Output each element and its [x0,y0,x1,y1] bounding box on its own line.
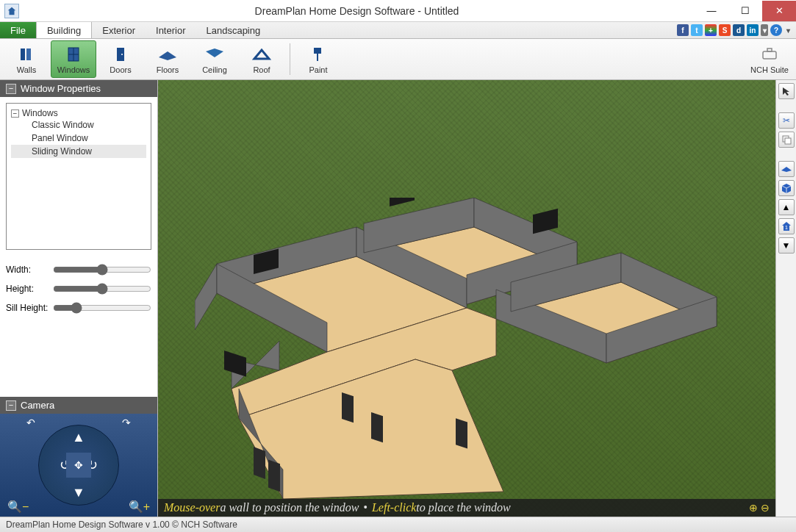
copy-button[interactable] [778,132,795,148]
svg-rect-6 [117,48,124,61]
status-bar: DreamPlan Home Design Software v 1.00 © … [0,517,796,532]
camera-down-icon[interactable]: ▼ [72,485,85,500]
level-view-button[interactable] [778,161,795,177]
svg-text:1: 1 [785,225,788,230]
app-icon [4,4,19,18]
menu-exterior[interactable]: Exterior [92,22,146,38]
hint-plus-icon[interactable]: ⊕ [749,502,758,514]
doors-icon [110,44,131,65]
window-tree[interactable]: −Windows Classic Window Panel Window Sli… [6,103,151,250]
svg-point-7 [121,54,123,55]
digg-icon[interactable]: d [733,24,745,36]
svg-rect-12 [317,54,318,61]
svg-rect-13 [763,51,776,59]
cut-button[interactable]: ✂ [778,112,795,129]
viewport-3d[interactable]: Mouse-over a wall to position the window… [158,80,775,517]
tree-root[interactable]: −Windows [11,108,146,118]
camera-up-icon[interactable]: ▲ [72,430,85,445]
properties-collapse-icon[interactable]: − [6,84,16,94]
svg-rect-34 [390,198,415,206]
roof-button[interactable]: Roof [239,40,284,78]
windows-icon [63,44,84,65]
walls-icon [16,44,37,65]
properties-header: − Window Properties [0,80,157,97]
property-sliders: Width: Height: Sill Height: [0,256,157,322]
tree-item-classic[interactable]: Classic Window [11,118,146,132]
roof-label: Roof [253,65,270,74]
svg-rect-46 [785,138,791,144]
tilt-right-icon[interactable]: ↷ [122,417,131,428]
hint-minus-icon[interactable]: ⊖ [761,502,770,514]
google-plus-icon[interactable]: + [705,24,717,36]
title-bar: DreamPlan Home Design Software - Untitle… [0,0,796,22]
paint-label: Paint [309,65,327,74]
doors-label: Doors [110,65,131,74]
paint-icon [308,44,329,65]
sill-height-slider[interactable] [53,302,151,314]
svg-rect-11 [314,48,321,54]
floor-indicator[interactable]: 1 [778,218,795,234]
walls-button[interactable]: Walls [4,40,49,78]
help-icon[interactable]: ? [770,24,782,36]
svg-marker-0 [8,7,16,15]
hint-bar: Mouse-over a wall to position the window… [158,499,775,517]
menu-bar: File Building Exterior Interior Landscap… [0,22,796,39]
zoom-in-icon[interactable]: 🔍+ [129,500,150,514]
status-text: DreamPlan Home Design Software v 1.00 © … [6,520,237,530]
floors-label: Floors [157,65,179,74]
floors-icon [157,44,178,65]
floor-down-button[interactable]: ▼ [778,237,795,254]
tree-expand-icon[interactable]: − [11,109,19,118]
social-icons: f t + S d in ▾ ? ▾ [677,22,796,38]
tilt-left-icon[interactable]: ↶ [26,417,35,428]
width-slider[interactable] [53,264,151,276]
menu-building[interactable]: Building [36,22,92,38]
height-slider[interactable] [53,283,151,295]
stumbleupon-icon[interactable]: S [719,24,731,36]
menu-landscaping[interactable]: Landscaping [196,22,270,38]
camera-title: Camera [21,400,54,411]
camera-collapse-icon[interactable]: − [6,400,16,411]
suite-icon [759,44,780,65]
building-toolbar: Walls Windows Doors Floors Ceiling Roof … [0,39,796,80]
suite-label: NCH Suite [750,65,789,74]
width-label: Width: [6,265,50,275]
windows-button[interactable]: Windows [51,40,96,78]
svg-marker-10 [254,50,269,59]
sill-label: Sill Height: [6,303,50,313]
menu-file[interactable]: File [0,22,36,38]
menu-interior[interactable]: Interior [146,22,196,38]
house-model[interactable] [195,198,724,506]
paint-button[interactable]: Paint [295,40,341,78]
tree-item-sliding[interactable]: Sliding Window [11,145,146,158]
social-dropdown-icon[interactable]: ▾ [761,24,768,36]
zoom-out-icon[interactable]: 🔍− [7,500,29,514]
help-dropdown-icon[interactable]: ▾ [784,24,792,36]
tree-item-panel[interactable]: Panel Window [11,132,146,145]
minimize-button[interactable]: — [695,1,728,21]
close-button[interactable]: ✕ [762,1,796,21]
camera-pan-icon[interactable]: ✥ [66,453,91,478]
hint-text-1: a wall to position the window [220,501,359,514]
twitter-icon[interactable]: t [691,24,703,36]
floors-button[interactable]: Floors [145,40,190,78]
hint-keyword-1: Mouse-over [164,501,220,514]
svg-marker-44 [783,87,789,96]
sill-row: Sill Height: [6,298,151,317]
ceiling-button[interactable]: Ceiling [192,40,237,78]
nch-suite-button[interactable]: NCH Suite [747,40,792,78]
maximize-button[interactable]: ☐ [728,1,762,21]
cursor-tool-button[interactable] [778,83,795,99]
svg-marker-25 [195,264,217,330]
svg-marker-9 [206,48,223,57]
svg-rect-39 [456,418,467,448]
window-buttons: — ☐ ✕ [695,1,796,21]
doors-button[interactable]: Doors [98,40,143,78]
svg-rect-37 [342,392,354,423]
floor-up-button[interactable]: ▲ [778,199,795,215]
facebook-icon[interactable]: f [677,24,689,36]
cube-view-button[interactable] [778,180,795,196]
main-content: − Window Properties −Windows Classic Win… [0,80,796,517]
linkedin-icon[interactable]: in [747,24,759,36]
svg-rect-1 [21,48,25,60]
